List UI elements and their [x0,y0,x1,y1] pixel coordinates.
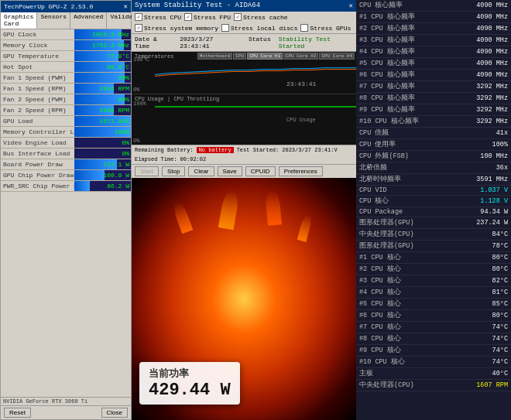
right-info-row: #4 CPU 核心频率 4090 MHz [356,46,511,58]
gpu-row-label: Fan 1 Speed (RPM) [1,84,74,93]
gpu-row-label: GPU Temperature [1,52,74,60]
gpu-row-bar: 100% [74,127,131,137]
right-row-label: CPU 使用率 [359,140,396,149]
right-row-label: 北桥时钟频率 [359,175,401,184]
close-icon[interactable]: ✕ [124,2,128,11]
reset-button[interactable]: Reset [4,408,31,418]
right-row-label: CPU Package [359,208,403,216]
stress-item: Stress system memory [135,24,218,32]
gpu-row-bar: 1762.3 MHz [74,40,131,50]
right-row-value: 74°C [492,358,508,366]
gpu-row: GPU Temperature 77.9°C [1,51,131,62]
tab-sensors[interactable]: Sensors [37,12,70,29]
right-row-label: CPU VID [359,186,387,194]
gpu-row-bar: 0% [74,138,131,148]
right-info-row: CPU 核心频率 4090 MHz [356,0,511,12]
tab-advanced[interactable]: Advanced [70,12,107,29]
action-btn-cpuid[interactable]: CPUID [245,166,276,176]
right-row-value: 74°C [492,323,508,331]
right-row-value: 74°C [492,335,508,343]
remaining-battery-label: Remaining Battery: [135,147,194,153]
close-stability-icon[interactable]: ✕ [349,2,353,10]
temp-tab-core1[interactable]: CPU Core #1 [247,53,283,60]
gpu-row-label: GPU Chip Power Draw [1,171,74,179]
stress-checkbox[interactable] [221,24,229,32]
temp-graph-tabs: Motherboard CPU CPU Core #1 CPU Core #2 … [197,53,355,60]
right-info-row: #8 CPU 核心 74°C [356,333,511,345]
tab-graphics-card[interactable]: Graphics Card [1,12,37,29]
gpu-row: Fan 1 Speed (PWM) 89% [1,73,131,84]
elapsed-label: Elapsed Time: [135,156,177,162]
gpu-row-bar: 86.2 W [74,181,131,191]
right-row-value: 80°C [492,312,508,319]
stress-checkbox[interactable] [234,13,242,21]
right-row-value: 1.037 V [480,186,508,194]
stress-checkbox[interactable] [184,13,192,21]
right-row-label: #6 CPU 核心频率 [359,70,415,80]
close-button[interactable]: Close [101,408,128,418]
gpu-row-value: 1656.9 MHz [92,29,129,39]
stress-checkbox[interactable] [135,24,142,32]
right-info-row: #5 CPU 核心 85°C [356,299,511,310]
right-info-row: #8 CPU 核心频率 3292 MHz [356,93,511,104]
fire-tendril-1 [172,201,194,234]
gpu-row: Fan 1 Speed (RPM) 2454 RPM [1,84,131,94]
svg-text:CPU Usage: CPU Usage [286,117,316,123]
action-btn-clear[interactable]: Clear [188,166,214,176]
stress-checkbox[interactable] [135,13,142,21]
right-row-value: 74°C [492,347,508,354]
right-info-row: #3 CPU 核心频率 4090 MHz [356,35,511,46]
stress-checkbox[interactable] [300,24,308,32]
gpu-row-bar: 1656.9 MHz [74,29,131,39]
stress-label: Stress system memory [144,25,218,32]
action-btn-stop[interactable]: Stop [162,166,185,176]
right-row-value: 4090 MHz [476,13,508,21]
action-buttons: StartStopClearSaveCPUIDPreferences [132,164,356,178]
right-info-row: 中央处理器(CPU) 84°C [356,229,511,241]
action-btn-save[interactable]: Save [218,166,242,176]
temp-tab-mb[interactable]: Motherboard [197,53,233,60]
right-row-value: 4090 MHz [476,60,508,67]
gpu-row-value: 0% [122,138,129,148]
gpu-row-label: Bus Interface Load [1,149,74,158]
temp-tab-cpu[interactable]: CPU [233,53,246,60]
gpu-z-title: TechPowerUp GPU-Z 2.53.0 ✕ [1,1,131,12]
gpu-row: Hot Spot 88.6°C [1,62,131,73]
fire-tendril-4 [297,213,313,242]
right-row-label: #8 CPU 核心 [359,334,401,343]
right-info-row: #7 CPU 核心频率 3292 MHz [356,81,511,93]
gpu-row: Memory Clock 1762.3 MHz [1,40,131,51]
right-info-row: #9 CPU 核心频率 3292 MHz [356,104,511,116]
stress-label: Stress FPU [194,14,231,21]
gpu-row-value: 88.6°C [107,62,129,72]
temp-tab-core4[interactable]: CPU Core #4 [319,53,355,60]
right-row-value: 3292 MHz [476,83,508,90]
action-btn-preferences[interactable]: Preferences [279,166,323,176]
right-row-value: 4090 MHz [476,71,508,79]
status-value: Stability Test Started [279,36,353,50]
right-row-label: #5 CPU 核心频率 [359,59,415,68]
datetime-row: Date & Time 2023/3/27 23:43:41 Status St… [132,34,356,52]
gpu-row: GPU Clock 1656.9 MHz [1,29,131,40]
gpu-row-bar: 0% [74,149,131,159]
gpu-row-value: 160.9 W [103,170,129,180]
right-row-label: #7 CPU 核心 [359,323,401,332]
right-row-value: 1.128 V [480,197,508,205]
gpu-row: GPU Chip Power Draw 160.9 W [1,170,131,181]
test-started-label: Test Started: [237,147,280,153]
right-info-row: #10 CPU 核心 74°C [356,357,511,368]
gpu-row-value: 0% [122,149,129,159]
right-row-label: #9 CPU 核心 [359,346,401,355]
gpu-row-label: PWR_SRC Chip Power Draw [1,182,74,190]
gpu-row-bar: 89% [74,94,131,104]
right-info-row: #1 CPU 核心频率 4090 MHz [356,12,511,23]
temp-tab-core2[interactable]: CPU Core #2 [283,53,319,60]
stress-label: Stress CPU [144,14,181,21]
stability-test-panel: System Stability Test - AIDA64 ✕ Stress … [132,0,356,178]
gpu-z-tabs: Graphics Card Sensors Advanced Validatio… [1,12,131,29]
gpu-row-label: Fan 2 Speed (PWM) [1,95,74,104]
right-row-label: #1 CPU 核心频率 [359,12,415,22]
action-btn-start[interactable]: Start [135,166,159,176]
gpu-row: Video Engine Load 0% [1,138,131,149]
fire-image-area: 当前功率 429.44 W [132,178,356,420]
